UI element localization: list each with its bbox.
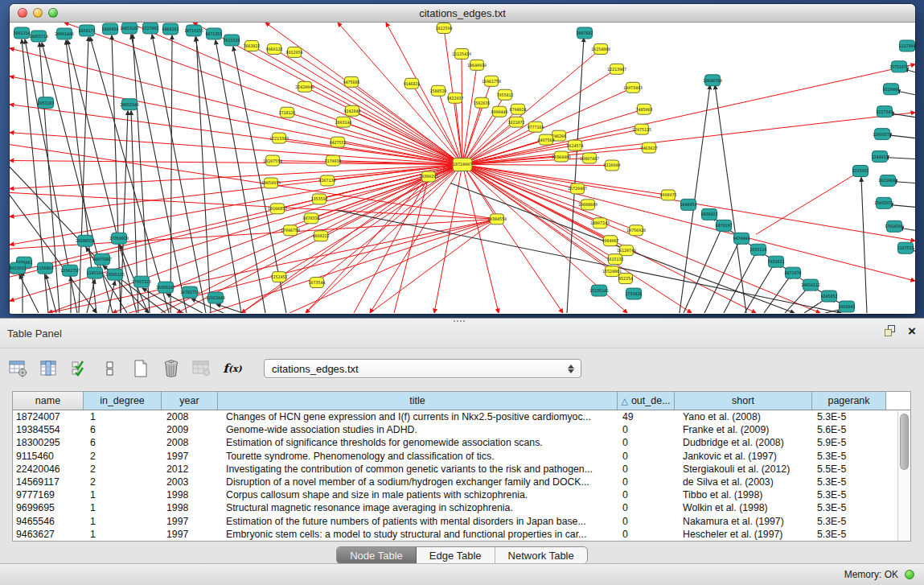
graph-node[interactable]: 16782759 — [180, 286, 199, 298]
graph-node[interactable]: 1527002 — [142, 23, 158, 34]
table-row[interactable]: 1872400712008Changes of HCN gene express… — [13, 410, 910, 423]
cell-pagerank[interactable]: 5.3E-5 — [812, 411, 886, 422]
graph-node[interactable]: 4898222 — [312, 231, 329, 241]
cell-title[interactable]: Genome-wide association studies in ADHD. — [218, 424, 618, 435]
tab-node-table[interactable]: Node Table — [337, 547, 417, 563]
cell-out_de[interactable]: 0 — [618, 424, 675, 435]
graph-node[interactable]: 17046758 — [281, 225, 300, 236]
graph-node[interactable]: 16210643 — [878, 175, 897, 186]
graph-node[interactable]: 10975887 — [92, 253, 112, 265]
node-table[interactable]: namein_degreeyeartitle△out_de...shortpag… — [12, 391, 911, 542]
graph-node[interactable]: 2053183 — [37, 97, 54, 109]
graph-node[interactable]: 12213383 — [269, 133, 289, 143]
graph-node[interactable]: 18640910 — [467, 60, 487, 70]
graph-node[interactable]: 19654935 — [261, 178, 281, 188]
graph-node[interactable]: 3913931 — [10, 262, 27, 274]
graph-node[interactable]: 19384554 — [487, 214, 507, 225]
graph-node[interactable]: 1167533 — [897, 242, 914, 253]
cell-in_degree[interactable]: 6 — [84, 424, 162, 435]
cell-title[interactable]: Estimation of the future numbers of pati… — [218, 516, 618, 527]
graph-node[interactable]: 9529966 — [882, 84, 899, 95]
cell-year[interactable]: 1998 — [162, 502, 218, 513]
graph-node[interactable]: 1244413 — [871, 151, 888, 163]
graph-node[interactable]: 1812594 — [435, 23, 452, 33]
cell-in_degree[interactable]: 1 — [84, 529, 162, 540]
cell-in_degree[interactable]: 2 — [84, 476, 162, 488]
graph-node[interactable]: 15751074 — [889, 61, 909, 72]
graph-node[interactable]: 17359928 — [109, 233, 129, 244]
black-edge[interactable] — [152, 35, 206, 313]
red-edge[interactable] — [756, 171, 860, 234]
cell-pagerank[interactable]: 5.3E-5 — [812, 502, 886, 513]
cell-pagerank[interactable]: 5.6E-5 — [812, 424, 886, 435]
graph-node[interactable]: 1588520 — [429, 85, 446, 96]
graph-node[interactable]: 10973493 — [623, 82, 643, 93]
red-edge[interactable] — [462, 165, 612, 166]
graph-node[interactable]: 9146821 — [403, 78, 420, 89]
graph-node[interactable]: 1092045 — [838, 301, 855, 312]
cell-pagerank[interactable]: 5.3E-5 — [812, 529, 886, 540]
cell-title[interactable]: Investigating the contribution of common… — [218, 463, 618, 475]
cell-name[interactable]: 19384554 — [13, 424, 84, 435]
graph-node[interactable]: 16154808 — [591, 43, 610, 54]
graph-node[interactable]: 15692971 — [874, 197, 893, 208]
graph-node[interactable]: 22420046 — [295, 81, 314, 92]
graph-node[interactable]: 13505135 — [105, 269, 125, 280]
cell-year[interactable]: 2012 — [162, 463, 218, 475]
table-row[interactable]: 2242004622012Investigating the contribut… — [13, 463, 910, 476]
cell-title[interactable]: Disruption of a novel member of a sodium… — [218, 476, 618, 488]
black-edge[interactable] — [87, 279, 95, 313]
graph-node[interactable]: 9474444 — [733, 233, 749, 244]
cell-name[interactable]: 18724007 — [13, 411, 84, 422]
graph-node[interactable]: 6794024 — [509, 104, 526, 114]
new-column-icon[interactable] — [130, 358, 151, 379]
table-row[interactable]: 911546021997Tourette syndrome. Phenomeno… — [13, 450, 910, 463]
graph-node[interactable]: 9245852 — [820, 290, 837, 302]
black-edge[interactable] — [121, 111, 128, 313]
column-header-title[interactable]: title — [218, 392, 618, 410]
graph-node[interactable]: 3624574 — [566, 140, 583, 150]
graph-node[interactable]: 20891406 — [55, 28, 74, 39]
graph-node[interactable]: 20206556 — [76, 235, 95, 246]
cell-name[interactable]: 9463627 — [13, 529, 84, 540]
float-panel-icon[interactable] — [885, 325, 897, 337]
graph-node[interactable]: 7955812 — [496, 89, 513, 100]
graph-node[interactable]: 2718126 — [278, 107, 295, 117]
column-header-year[interactable]: year — [162, 392, 218, 410]
graph-node[interactable]: 16961758 — [482, 76, 501, 86]
graph-node[interactable]: 8912954 — [285, 47, 302, 57]
black-edge[interactable] — [133, 35, 150, 313]
graph-node[interactable]: 1156869 — [36, 262, 53, 274]
graph-node[interactable]: 10688609 — [578, 200, 598, 210]
column-header-out_de[interactable]: △out_de... — [618, 392, 675, 410]
cell-short[interactable]: Nakamura et al. (1997) — [675, 516, 812, 527]
cell-title[interactable]: Changes of HCN gene expression and I(f) … — [218, 411, 618, 422]
graph-node[interactable]: 2803144 — [335, 117, 351, 127]
row-height-icon[interactable] — [100, 358, 121, 379]
cell-short[interactable]: Stergiakouli et al. (2012) — [675, 463, 812, 475]
graph-node[interactable]: 15720407 — [568, 183, 587, 194]
graph-node[interactable]: 2935114 — [749, 244, 766, 255]
graph-node[interactable]: 8998975 — [659, 190, 676, 200]
graph-node[interactable]: 8878334 — [302, 213, 319, 224]
cell-year[interactable]: 2008 — [162, 437, 218, 448]
graph-node[interactable]: 18300295 — [419, 171, 438, 182]
graph-node[interactable]: 8267130 — [318, 175, 335, 186]
red-edge[interactable] — [161, 176, 429, 313]
table-row[interactable]: 969969511998Structural magnetic resonanc… — [13, 501, 910, 514]
column-header-pagerank[interactable]: pagerank — [812, 392, 886, 410]
graph-node[interactable]: 12975115 — [632, 124, 651, 134]
cell-year[interactable]: 1997 — [162, 529, 218, 540]
graph-node[interactable]: 6479197 — [715, 220, 732, 231]
cell-short[interactable]: Hescheler et al. (1997) — [675, 529, 812, 540]
graph-node[interactable]: 12342757 — [60, 265, 80, 276]
cell-name[interactable]: 22420046 — [13, 463, 84, 475]
cell-in_degree[interactable]: 1 — [84, 516, 162, 527]
cell-short[interactable]: Jankovic et al. (1997) — [675, 451, 812, 462]
graph-node[interactable]: 8990448 — [491, 106, 507, 117]
cell-year[interactable]: 2003 — [162, 476, 218, 488]
import-table-icon[interactable] — [191, 358, 212, 379]
black-edge[interactable] — [131, 35, 187, 313]
cell-out_de[interactable]: 0 — [618, 529, 675, 540]
cell-title[interactable]: Tourette syndrome. Phenomenology and cla… — [218, 451, 618, 462]
